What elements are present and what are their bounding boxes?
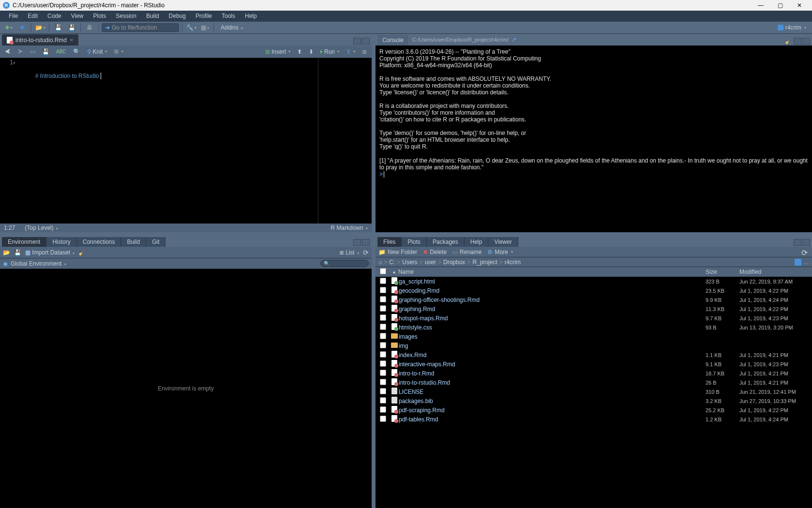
menu-code[interactable]: Code <box>43 13 66 19</box>
print-button[interactable]: 🖶 <box>84 23 95 32</box>
file-name[interactable]: htmlstyle.css <box>399 324 706 331</box>
project-menu[interactable]: r4crim▾ <box>775 23 809 32</box>
file-name[interactable]: graphing-officer-shootings.Rmd <box>399 297 706 303</box>
save-all-button[interactable]: 💾 <box>66 23 77 32</box>
addins-menu[interactable]: Addins ▾ <box>217 23 247 32</box>
tab-git[interactable]: Git <box>146 237 165 247</box>
file-list[interactable]: ga_script.html 323 B Jun 22, 2019, 8:37 … <box>376 277 812 508</box>
clear-workspace-button[interactable]: 🧹 <box>78 249 86 256</box>
env-scope-selector[interactable]: Global Environment ▾ <box>11 260 66 267</box>
code-editor[interactable]: 1▾ # Introduction to RStudio <box>0 58 372 224</box>
load-workspace-button[interactable]: 📂 <box>3 249 10 256</box>
pane-minimize-button[interactable] <box>353 239 361 246</box>
save-workspace-button[interactable]: 💾 <box>14 249 21 256</box>
file-checkbox[interactable] <box>380 416 386 422</box>
new-project-button[interactable]: ✚ <box>16 23 28 32</box>
console-tab[interactable]: Console <box>377 35 408 45</box>
file-row[interactable]: index.Rmd 1.1 KB Jul 1, 2019, 4:21 PM <box>376 350 812 359</box>
console-output[interactable]: R version 3.6.0 (2019-04-26) -- "Plantin… <box>376 45 812 232</box>
goto-file-function-input[interactable]: ➜Go to file/function <box>102 23 179 32</box>
file-checkbox[interactable] <box>380 379 386 385</box>
file-name[interactable]: packages.bib <box>399 398 706 404</box>
console-dir-popout-icon[interactable]: ↗ <box>511 36 516 43</box>
window-maximize-button[interactable]: ▢ <box>770 2 790 9</box>
file-checkbox[interactable] <box>380 314 386 321</box>
menu-debug[interactable]: Debug <box>164 13 191 19</box>
horizontal-splitter-left[interactable] <box>0 232 372 236</box>
file-row[interactable]: interactive-maps.Rmd 9.1 KB Jul 1, 2019,… <box>376 359 812 369</box>
rename-button[interactable]: ▭Rename <box>452 249 481 255</box>
document-options-button[interactable]: ⚙▾ <box>112 47 125 56</box>
file-checkbox[interactable] <box>380 342 386 348</box>
file-name[interactable]: LICENSE <box>399 388 706 395</box>
crumb-r4crim[interactable]: r4crim <box>505 259 521 266</box>
file-name[interactable]: img <box>399 343 706 349</box>
pane-maximize-button[interactable] <box>802 38 810 45</box>
menu-profile[interactable]: Profile <box>191 13 217 19</box>
go-next-chunk-button[interactable]: ⬇ <box>307 47 316 56</box>
pane-maximize-button[interactable] <box>362 38 370 45</box>
save-button[interactable]: 💾 <box>52 23 64 32</box>
tab-environment[interactable]: Environment <box>2 237 46 247</box>
pane-minimize-button[interactable] <box>794 239 801 246</box>
outline-toggle-button[interactable]: ≣ <box>360 47 369 56</box>
go-prev-chunk-button[interactable]: ⬆ <box>295 47 304 56</box>
file-checkbox[interactable] <box>380 278 386 284</box>
knit-button[interactable]: ⚲Knit▾ <box>85 47 109 56</box>
file-checkbox[interactable] <box>380 287 386 293</box>
crumb-user[interactable]: user <box>425 259 436 266</box>
menu-view[interactable]: View <box>66 13 89 19</box>
close-tab-icon[interactable]: × <box>70 36 74 44</box>
pane-maximize-button[interactable] <box>802 239 810 246</box>
more-menu[interactable]: ⚙More ▾ <box>487 249 512 255</box>
source-tab[interactable]: intro-to-rstudio.Rmd × <box>2 34 78 45</box>
col-header-modified[interactable]: Modified <box>739 269 812 275</box>
file-checkbox[interactable] <box>380 370 386 376</box>
col-header-size[interactable]: Size <box>706 269 739 275</box>
file-row[interactable]: packages.bib 3.2 KB Jun 27, 2019, 10:33 … <box>376 396 812 405</box>
crumb-dropbox[interactable]: Dropbox <box>443 259 465 266</box>
tools-button[interactable]: 🔧▾ <box>185 23 197 32</box>
file-checkbox[interactable] <box>380 305 386 312</box>
file-row[interactable]: images <box>376 332 812 341</box>
forward-button[interactable]: ⮞ <box>15 47 25 56</box>
new-file-button[interactable]: ✚▾ <box>3 23 15 32</box>
menu-tools[interactable]: Tools <box>217 13 240 19</box>
col-header-name[interactable]: ▲Name <box>390 269 706 275</box>
back-button[interactable]: ⮜ <box>3 47 13 56</box>
tab-viewer[interactable]: Viewer <box>488 237 518 247</box>
file-name[interactable]: index.Rmd <box>399 352 706 359</box>
file-row[interactable]: graphing.Rmd 11.3 KB Jul 1, 2019, 4:22 P… <box>376 304 812 314</box>
open-file-button[interactable]: 📂▾ <box>34 23 46 32</box>
publish-button[interactable]: ⇪▾ <box>344 47 357 56</box>
file-row[interactable]: graphing-officer-shootings.Rmd 9.9 KB Ju… <box>376 295 812 304</box>
file-row[interactable]: img <box>376 341 812 350</box>
menu-help[interactable]: Help <box>240 13 262 19</box>
insert-chunk-button[interactable]: ⊞Insert▾ <box>263 47 292 56</box>
file-checkbox[interactable] <box>380 351 386 358</box>
new-folder-button[interactable]: 📁New Folder <box>378 249 417 255</box>
tab-connections[interactable]: Connections <box>77 237 121 247</box>
file-checkbox[interactable] <box>380 360 386 367</box>
file-row[interactable]: pdf-tables.Rmd 1.2 KB Jul 1, 2019, 4:24 … <box>376 415 812 424</box>
window-close-button[interactable]: ✕ <box>790 2 809 9</box>
file-name[interactable]: geocoding.Rmd <box>399 287 706 294</box>
file-checkbox[interactable] <box>380 333 386 339</box>
select-all-checkbox[interactable] <box>380 268 386 274</box>
tab-packages[interactable]: Packages <box>427 237 465 247</box>
file-name[interactable]: ga_script.html <box>399 278 706 285</box>
spellcheck-button[interactable]: ABC <box>54 48 68 55</box>
tab-history[interactable]: History <box>46 237 76 247</box>
menu-session[interactable]: Session <box>111 13 141 19</box>
horizontal-splitter-right[interactable] <box>376 232 812 236</box>
pane-maximize-button[interactable] <box>362 239 370 246</box>
show-in-new-window-button[interactable]: ▭ <box>28 47 37 56</box>
file-checkbox[interactable] <box>380 388 386 394</box>
pane-minimize-button[interactable] <box>353 38 361 45</box>
tab-plots[interactable]: Plots <box>402 237 427 247</box>
import-dataset-button[interactable]: ▦ Import Dataset ▾ <box>25 249 75 256</box>
file-row[interactable]: ga_script.html 323 B Jun 22, 2019, 8:37 … <box>376 277 812 286</box>
find-replace-button[interactable]: 🔍 <box>71 47 82 56</box>
language-mode-selector[interactable]: R Markdown ▾ <box>331 224 368 231</box>
file-name[interactable]: pdf-tables.Rmd <box>399 416 706 423</box>
